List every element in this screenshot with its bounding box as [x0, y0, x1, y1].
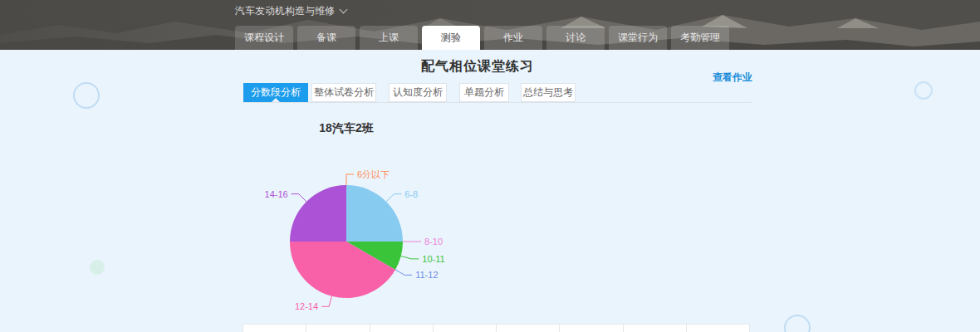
pie-label-6-8: 6-8 [404, 189, 418, 199]
pie-label-line-10-11 [401, 256, 419, 259]
pie-label-12-14: 12-14 [295, 301, 318, 311]
main-tab-0[interactable]: 课程设计 [235, 26, 293, 50]
analysis-tab-4[interactable]: 总结与思考 [521, 83, 576, 102]
score-distribution-pie-chart: 6分以下6-88-1010-1111-1212-1414-16 [237, 120, 469, 328]
analysis-tab-3[interactable]: 单题分析 [459, 83, 509, 102]
table-header-cell-0 [243, 324, 306, 332]
table-header-cell-1 [306, 324, 370, 332]
pie-label-line-6-8 [386, 194, 401, 202]
analysis-tab-bar: 分数段分析整体试卷分析认知度分析单题分析总结与思考 [243, 83, 752, 103]
pie-label-line-14-16 [292, 194, 306, 202]
active-tab-notch [272, 98, 280, 102]
course-header: 汽车发动机构造与维修 课程设计备课上课测验作业讨论课堂行为考勤管理 [0, 0, 980, 50]
table-header-cell-2 [370, 324, 434, 332]
table-header-cell-7 [687, 324, 750, 332]
main-tab-1[interactable]: 备课 [297, 26, 355, 50]
table-header-cell-5 [560, 324, 623, 332]
main-tab-6[interactable]: 课堂行为 [609, 26, 667, 50]
main-tab-4[interactable]: 作业 [484, 26, 542, 50]
analysis-tab-0[interactable]: 分数段分析 [243, 83, 308, 102]
table-header-cell-6 [624, 324, 687, 332]
pie-label-14-16: 14-16 [265, 189, 288, 199]
main-tab-3[interactable]: 测验 [422, 26, 480, 50]
page-title: 配气相位课堂练习 [241, 58, 714, 76]
chevron-down-icon [340, 6, 348, 14]
table-header-row [243, 324, 750, 332]
analysis-tab-2[interactable]: 认知度分析 [389, 83, 447, 102]
course-selector[interactable]: 汽车发动机构造与维修 [235, 4, 346, 18]
pie-label-line-11-12 [395, 270, 412, 276]
table-header-cell-4 [497, 324, 560, 332]
main-tab-2[interactable]: 上课 [360, 26, 418, 50]
main-tab-bar: 课程设计备课上课测验作业讨论课堂行为考勤管理 [235, 26, 729, 50]
pie-label-line-12-14 [321, 296, 331, 307]
pie-label-11-12: 11-12 [415, 270, 438, 280]
page: 汽车发动机构造与维修 课程设计备课上课测验作业讨论课堂行为考勤管理 配气相位课堂… [0, 0, 980, 332]
pie-label-10-11: 10-11 [422, 254, 444, 264]
pie-label-8-10: 8-10 [424, 237, 443, 247]
course-selector-label: 汽车发动机构造与维修 [235, 5, 335, 17]
main-tab-5[interactable]: 讨论 [546, 26, 605, 50]
table-header-cell-3 [434, 324, 497, 332]
decor-circle [784, 315, 811, 332]
decor-circle [73, 82, 100, 109]
decor-dot [90, 260, 105, 275]
analysis-tab-1[interactable]: 整体试卷分析 [311, 83, 376, 102]
main-tab-7[interactable]: 考勤管理 [671, 26, 729, 50]
decor-circle [914, 81, 933, 100]
pie-label-line-6分以下 [346, 174, 354, 185]
pie-label-6分以下: 6分以下 [357, 169, 390, 179]
